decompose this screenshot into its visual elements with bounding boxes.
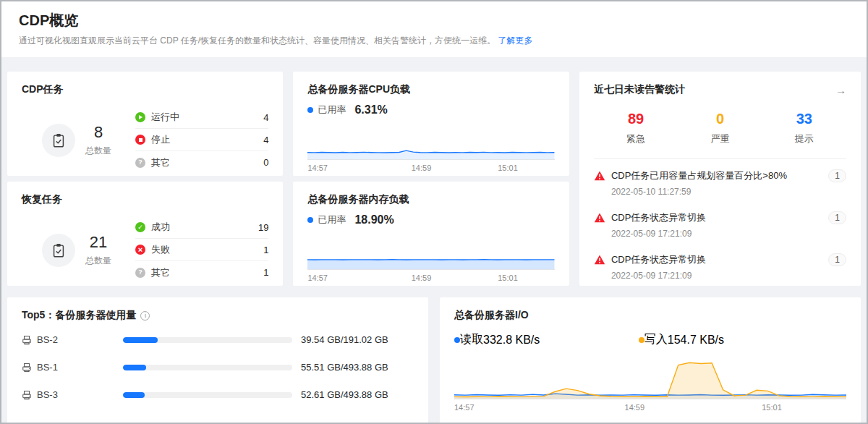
arrow-right-icon[interactable]: → [835, 84, 846, 96]
server-icon [22, 362, 32, 373]
status-value: 0 [263, 157, 268, 168]
stat-critical: 89 紧急 [594, 111, 678, 145]
stat-value: 33 [762, 111, 846, 127]
info-icon[interactable]: i [140, 311, 150, 321]
io-card: 总备份服务器I/O 读取 332.8 KB/s 写入 154.7 KB/s [440, 297, 861, 424]
tick-label: 15:01 [498, 164, 518, 172]
alert-item[interactable]: CDP任务状态异常切换 2022-05-09 17:21:09 1 [594, 246, 846, 286]
status-value: 1 [263, 245, 268, 255]
top5-usage-card: Top5：备份服务器使用量 i BS-2 39.54 GB/191.02 GB [7, 297, 428, 424]
status-label: 成功 [151, 221, 170, 234]
alert-text: CDP任务已用容量占规划容量百分比>80% [611, 169, 822, 182]
recovery-total-count: 21 [85, 233, 111, 252]
alert-text: CDP任务状态异常切换 [611, 253, 822, 266]
warning-triangle-icon [594, 254, 605, 266]
stat-value: 0 [678, 111, 762, 127]
learn-more-link[interactable]: 了解更多 [498, 35, 532, 46]
stat-label: 紧急 [594, 132, 678, 145]
cdp-tasks-body: 8 总数量 运行中 4 停止 4 [22, 106, 268, 174]
server-name: BS-2 [37, 334, 58, 345]
tick-label: 14:57 [307, 274, 328, 282]
used-rate-dot-icon [307, 107, 313, 113]
cpu-load-chart [307, 127, 554, 160]
tick-label: 14:59 [412, 274, 432, 282]
server-usage-row: BS-2 39.54 GB/191.02 GB [22, 329, 414, 350]
status-label: 停止 [151, 133, 170, 146]
usage-bar-track [123, 365, 292, 370]
status-value: 19 [258, 222, 268, 233]
top-grid: CDP任务 8 总数量 [7, 72, 861, 286]
cdp-total-label: 总数量 [85, 145, 111, 157]
status-row-other: ? 其它 0 [135, 151, 268, 174]
used-rate-dot-icon [307, 217, 313, 223]
write-dot-icon [639, 337, 644, 343]
dashboard-content: CDP任务 8 总数量 [1, 57, 867, 424]
tick-label: 14:59 [412, 164, 432, 172]
cpu-legend: 已用率 6.31% [307, 103, 554, 116]
status-row-other: ? 其它 1 [135, 261, 268, 284]
io-title: 总备份服务器I/O [454, 309, 846, 322]
memory-legend: 已用率 18.90% [307, 213, 554, 226]
cdp-tasks-title: CDP任务 [22, 83, 268, 96]
cpu-load-card: 总备份服务器CPU负载 已用率 6.31% 14:57 14:59 15:01 [293, 72, 569, 176]
usage-bar-fill [123, 337, 158, 343]
server-usage-row: BS-3 52.61 GB/493.88 GB [22, 384, 414, 405]
server-usage-text: 55.51 GB/493.88 GB [301, 362, 414, 373]
other-status-icon: ? [135, 158, 145, 168]
memory-load-chart [307, 237, 554, 270]
alerts-card: 近七日未读告警统计 → 89 紧急 0 严重 33 提示 [579, 72, 861, 286]
recovery-tasks-card: 恢复任务 21 总数量 [7, 182, 283, 286]
memory-used-value: 18.90% [354, 213, 393, 226]
alert-count-badge: 1 [828, 211, 846, 224]
status-label: 运行中 [151, 111, 179, 124]
cpu-used-value: 6.31% [354, 103, 387, 116]
stat-label: 提示 [762, 132, 846, 145]
warning-triangle-icon [594, 170, 605, 182]
recovery-tasks-body: 21 总数量 ✓ 成功 19 × 失败 1 [22, 216, 268, 284]
status-label: 其它 [151, 156, 170, 169]
cdp-tasks-card: CDP任务 8 总数量 [7, 72, 283, 176]
cpu-axis-labels: 14:57 14:59 15:01 [307, 164, 554, 174]
server-icon [22, 390, 32, 400]
recovery-tasks-title: 恢复任务 [22, 193, 268, 206]
tick-label: 14:59 [625, 403, 645, 412]
cdp-overview-page: CDP概览 通过可视化视图直观展示当前云平台 CDP 任务/恢复任务的数量和状态… [0, 0, 868, 424]
usage-bar-track [123, 392, 292, 398]
alert-item[interactable]: CDP任务状态异常切换 2022-05-09 17:21:09 1 [594, 204, 846, 246]
page-header: CDP概览 通过可视化视图直观展示当前云平台 CDP 任务/恢复任务的数量和状态… [1, 1, 867, 57]
server-usage-text: 39.54 GB/191.02 GB [301, 334, 414, 345]
alerts-title: 近七日未读告警统计 [594, 83, 685, 96]
status-value: 4 [263, 135, 268, 145]
io-axis-labels: 14:57 14:59 15:01 [454, 403, 846, 414]
task-clipboard-icon [42, 234, 75, 267]
stat-info: 33 提示 [762, 111, 846, 145]
cdp-status-list: 运行中 4 停止 4 ? 其它 0 [135, 106, 268, 174]
server-usage-row: BS-1 55.51 GB/493.88 GB [22, 357, 414, 378]
memory-legend-label: 已用率 [318, 213, 346, 226]
io-read-legend: 读取 332.8 KB/s [454, 332, 639, 347]
memory-axis-labels: 14:57 14:59 15:01 [307, 274, 554, 284]
tick-label: 15:01 [762, 403, 782, 412]
memory-load-title: 总备份服务器内存负载 [307, 193, 554, 206]
io-read-label: 读取 [460, 332, 483, 347]
alert-list: CDP任务已用容量占规划容量百分比>80% 2022-05-10 11:27:5… [594, 162, 846, 286]
page-subtitle-text: 通过可视化视图直观展示当前云平台 CDP 任务/恢复任务的数量和状态统计、容量使… [19, 35, 495, 46]
cpu-load-title: 总备份服务器CPU负载 [307, 83, 554, 96]
server-name: BS-3 [37, 389, 58, 400]
status-row-failed: × 失败 1 [135, 239, 268, 261]
io-read-value: 332.8 KB/s [483, 334, 540, 347]
alert-time: 2022-05-09 17:21:09 [611, 271, 822, 281]
other-status-icon: ? [135, 268, 145, 278]
io-write-value: 154.7 KB/s [668, 334, 724, 347]
status-row-running: 运行中 4 [135, 106, 268, 129]
status-row-stopped: 停止 4 [135, 129, 268, 151]
usage-bar-track [123, 337, 292, 343]
stat-severe: 0 严重 [678, 111, 762, 145]
task-clipboard-icon [42, 124, 75, 157]
success-status-icon: ✓ [135, 222, 145, 232]
status-value: 1 [263, 267, 268, 278]
stopped-status-icon [135, 135, 145, 145]
bottom-grid: Top5：备份服务器使用量 i BS-2 39.54 GB/191.02 GB [7, 297, 861, 424]
alert-item[interactable]: CDP任务已用容量占规划容量百分比>80% 2022-05-10 11:27:5… [594, 162, 846, 204]
server-usage-text: 52.61 GB/493.88 GB [301, 389, 414, 400]
